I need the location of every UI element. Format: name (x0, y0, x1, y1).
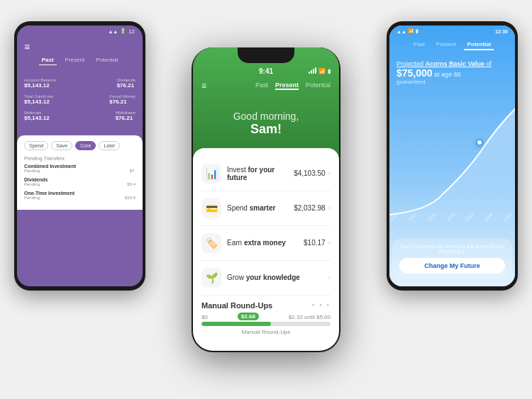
invest-chevron-icon: › (328, 169, 331, 177)
projection-title: Projected Acorns Basic Value of (397, 60, 508, 67)
center-tab-potential[interactable]: Potential (306, 82, 331, 90)
signal-icon: ▲▲ (397, 29, 406, 34)
stat-withdrawn-value: $76.21 (116, 115, 135, 121)
center-header: ≡ Past Present Potential (193, 78, 339, 105)
invest-text: Invest for your future (227, 166, 294, 181)
projection-prefix: Projected (397, 60, 426, 67)
roundups-title: Manual Round-Ups • • • (201, 301, 331, 310)
left-tab-past[interactable]: Past (39, 55, 57, 65)
transfer-1: Combined Investment Pending $7. (24, 164, 135, 173)
invest-icon: 📊 (201, 164, 221, 184)
stat-row-3: Referrals $5,143.12 Withdrawn $76.21 (24, 111, 135, 121)
center-nav: ≡ Past Present Potential (201, 81, 331, 91)
greeting-text: Good morning, (193, 111, 339, 122)
time-display: 12: (128, 29, 135, 34)
left-tab-present[interactable]: Present (62, 55, 88, 65)
right-bottom-card: You're automatically investing $40 a mon… (392, 238, 512, 279)
card-invest[interactable]: 📊 Invest for your future $4,103.50 › (201, 157, 331, 191)
right-content: Projected Acorns Basic Value of $75,000 … (389, 53, 515, 95)
card-earn[interactable]: 🏷️ Earn extra money $10.17 › (201, 226, 331, 261)
roundups-title-text: Manual Round-Ups (201, 301, 272, 310)
center-tab-past[interactable]: Past (255, 82, 268, 90)
right-time: 12:30 (495, 29, 508, 34)
card-grow[interactable]: 🌱 Grow your knowledge › (201, 261, 331, 296)
filter-later[interactable]: Later (99, 141, 120, 150)
projection-link: Acorns Basic Value (426, 60, 485, 67)
filter-save[interactable]: Save (51, 141, 72, 150)
greeting-name: Sam! (193, 122, 339, 137)
center-tab-present[interactable]: Present (275, 82, 299, 90)
transfer-3-status: Pending (24, 196, 40, 200)
right-status-bar: ▲▲ 📶 ▮ 12:30 (389, 26, 515, 37)
right-status-icons-left: ▲▲ 📶 ▮ (397, 28, 419, 34)
left-bottom-card: Spend Save Core Later Pending Transfers … (17, 135, 143, 210)
stat-gainloss: Total Gain/Loss $5,143.12 (24, 94, 53, 105)
change-my-future-button[interactable]: Change My Future (399, 258, 505, 274)
progress-start: $0 (201, 314, 208, 320)
projection-amount: $75,000 at age 66 (397, 67, 508, 79)
stat-balance-value: $5,143.12 (24, 82, 56, 89)
center-nav-tabs: Past Present Potential (255, 82, 331, 90)
phones-container: ▲▲ 🔋 12: ≡ Past Present Potential Accoun (0, 0, 532, 399)
grow-icon: 🌱 (201, 268, 221, 288)
left-tabs: Past Present Potential (24, 55, 135, 65)
wifi-icon: 📶 (408, 28, 414, 34)
transfer-2-status: Pending (24, 182, 40, 186)
center-cards: 📊 Invest for your future $4,103.50 › 💳 S… (193, 148, 339, 351)
transfer-1-title: Combined Investment (24, 164, 135, 169)
card-spend[interactable]: 💳 Spend smarter $2,032.98 › (201, 191, 331, 226)
grow-text: Grow your knowledge (227, 274, 328, 281)
left-tab-potential[interactable]: Potential (93, 55, 121, 65)
right-phone-screen: ▲▲ 📶 ▮ 12:30 Past Present Potential (389, 26, 515, 286)
grow-chevron-icon: › (328, 274, 331, 281)
right-tab-potential[interactable]: Potential (464, 40, 494, 50)
right-tab-present[interactable]: Present (433, 40, 459, 50)
transfer-3-title: One-Time Investment (24, 191, 135, 196)
wifi-icon: ▲▲ (108, 29, 118, 34)
spend-icon: 💳 (201, 198, 221, 218)
stat-dividends-value: $76.21 (117, 82, 135, 89)
left-status-icons: ▲▲ 🔋 12: (108, 28, 135, 34)
chart-area-fill (389, 102, 515, 223)
transfer-3-amount: $20.6 (125, 196, 135, 200)
progress-labels: $0 $2.68 $2.32 until $5.00 (201, 313, 331, 320)
spend-value: $2,032.98 (294, 204, 326, 212)
earn-text: Earn extra money (227, 239, 304, 247)
filter-spend[interactable]: Spend (24, 141, 48, 150)
invest-value: $4,103.50 (294, 169, 326, 177)
signal-icon (309, 68, 316, 74)
battery-icon: ▮ (328, 68, 331, 74)
center-hamburger-icon[interactable]: ≡ (201, 81, 206, 91)
earn-chevron-icon: › (328, 239, 331, 247)
stat-referrals: Referrals $5,143.12 (24, 111, 50, 121)
spend-chevron-icon: › (328, 204, 331, 212)
left-stats: Account Balance $5,143.12 Dividends $76.… (17, 72, 143, 133)
chart-dot (476, 139, 483, 146)
stat-row-1: Account Balance $5,143.12 Dividends $76.… (24, 78, 135, 89)
roundups-menu-icon[interactable]: • • • (312, 301, 331, 310)
year-labels: 2027 2031 2035 2039 2043 2048 2054 (389, 218, 515, 223)
right-header: Past Present Potential (389, 37, 515, 53)
stat-withdrawn: Withdrawn $76.21 (116, 111, 135, 121)
right-tabs: Past Present Potential (397, 40, 508, 50)
roundups-label: Manual Round-Ups (201, 329, 331, 335)
wifi-icon: 📶 (318, 68, 326, 74)
filter-core[interactable]: Core (75, 141, 96, 150)
stat-dividends: Dividends $76.21 (117, 78, 135, 89)
stat-referrals-value: $5,143.12 (24, 115, 50, 121)
right-chart-area: 2027 2031 2035 2039 2043 2048 2054 (389, 95, 515, 223)
right-phone: ▲▲ 📶 ▮ 12:30 Past Present Potential (387, 21, 518, 291)
transfer-1-sub: Pending $7. (24, 169, 135, 173)
progress-bar (201, 322, 331, 326)
right-tab-past[interactable]: Past (411, 40, 428, 50)
stat-balance: Account Balance $5,143.12 (24, 78, 56, 89)
center-phone-screen: 9:41 📶 ▮ ≡ (193, 47, 339, 351)
stat-foundmoney-value: $76.21 (109, 99, 135, 105)
center-gradient-bg: 9:41 📶 ▮ ≡ (193, 47, 339, 351)
battery-icon: ▮ (416, 28, 419, 34)
hamburger-icon[interactable]: ≡ (24, 41, 135, 52)
transfer-1-status: Pending (24, 169, 40, 173)
roundups-section: Manual Round-Ups • • • $0 $2.68 $2.32 un… (201, 301, 331, 335)
center-greeting: Good morning, Sam! (193, 105, 339, 148)
projection-subtitle: guaranteed (397, 79, 508, 85)
